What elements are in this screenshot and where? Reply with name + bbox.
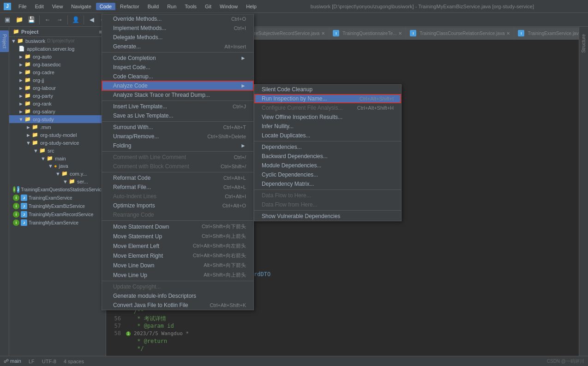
menu-unwrap[interactable]: Unwrap/Remove... Ctrl+Shift+Delete bbox=[102, 132, 253, 141]
sidebar-training-my-exam[interactable]: i J TrainingMyExamService bbox=[9, 218, 106, 227]
sidebar-root[interactable]: ▼ 📁 busiwork D:\project\yor bbox=[9, 37, 106, 45]
menu-move-right[interactable]: Move Element Right Ctrl+Alt+Shift+向右箭头 bbox=[102, 251, 253, 260]
side-tab-structure[interactable]: Structure bbox=[579, 30, 588, 57]
toolbar-back[interactable]: ← bbox=[42, 15, 53, 25]
sidebar-training-exam-questions[interactable]: i J TrainingExamQuestionsStatisticsServi… bbox=[9, 185, 106, 194]
sidebar-ser[interactable]: ▼ 📁 ser... bbox=[9, 177, 106, 185]
sidebar-mvn[interactable]: ► 📁 .mvn bbox=[9, 123, 106, 131]
submenu-data-flow-to[interactable]: Data Flow to Here... bbox=[254, 191, 401, 200]
sidebar-org-jj[interactable]: ► 📁 org-jj bbox=[9, 76, 106, 84]
menu-move-line-down[interactable]: Move Line Down Alt+Shift+向下箭头 bbox=[102, 260, 253, 270]
sidebar-training-exam-service[interactable]: i J TrainingExamService bbox=[9, 194, 106, 202]
menu-cleanup[interactable]: Code Cleanup... bbox=[102, 72, 253, 81]
toolbar-forward[interactable]: → bbox=[54, 15, 65, 25]
menu-navigate[interactable]: Navigate bbox=[67, 3, 95, 10]
tab-close-2[interactable]: ✕ bbox=[321, 31, 325, 36]
submenu-backward-deps[interactable]: Backward Dependencies... bbox=[254, 152, 401, 161]
submenu-view-offline[interactable]: View Offline Inspection Results... bbox=[254, 112, 401, 122]
menu-auto-indent[interactable]: Auto-Indent Lines Ctrl+Alt+I bbox=[102, 192, 253, 201]
sidebar-org-labour[interactable]: ► 📁 org-labour bbox=[9, 84, 106, 92]
sidebar-org-study-model[interactable]: ► 📁 org-study-model bbox=[9, 131, 106, 139]
menu-block-comment[interactable]: Comment with Block Comment Ctrl+Shift+/ bbox=[102, 162, 253, 171]
submenu-data-flow-from[interactable]: Data Flow from Here... bbox=[254, 200, 401, 209]
menu-code[interactable]: Code bbox=[96, 3, 115, 10]
sidebar: 📁 Project ≡ ▼ 📁 busiwork D:\project\yor … bbox=[9, 27, 106, 356]
sidebar-org-auto[interactable]: ► 📁 org-auto bbox=[9, 53, 106, 60]
sidebar-java[interactable]: ▼ ● java bbox=[9, 162, 106, 170]
menu-rearrange[interactable]: Rearrange Code bbox=[102, 210, 253, 219]
submenu-configure-analysis[interactable]: Configure Current File Analysis... Ctrl+… bbox=[254, 103, 401, 112]
submenu-cyclic-deps[interactable]: Cyclic Dependencies... bbox=[254, 170, 401, 179]
menu-move-line-up[interactable]: Move Line Up Alt+Shift+向上箭头 bbox=[102, 270, 253, 280]
sidebar-org-cadre[interactable]: ► 📁 org-cadre bbox=[9, 68, 106, 76]
menu-surround[interactable]: Surround With... Ctrl+Alt+T bbox=[102, 123, 253, 132]
menu-sep5 bbox=[102, 172, 253, 172]
menu-update-copyright[interactable]: Update Copyright... bbox=[102, 282, 253, 291]
sidebar-org-study[interactable]: ▼ 📁 org-study bbox=[9, 115, 106, 123]
sidebar-training-my-exam-biz[interactable]: i J TrainingMyExamBizService bbox=[9, 202, 106, 210]
menu-view[interactable]: View bbox=[48, 3, 67, 10]
sidebar-org-study-service[interactable]: ▼ 📁 org-study-service bbox=[9, 139, 106, 147]
menu-inspect[interactable]: Inspect Code... bbox=[102, 63, 253, 72]
tab-close-3[interactable]: ✕ bbox=[398, 31, 402, 36]
menu-move-left[interactable]: Move Element Left Ctrl+Alt+Shift+向左箭头 bbox=[102, 241, 253, 251]
menu-move-up[interactable]: Move Statement Up Ctrl+Shift+向上箭头 bbox=[102, 231, 253, 241]
menu-convert-kotlin[interactable]: Convert Java File to Kotlin File Ctrl+Al… bbox=[102, 301, 253, 310]
menu-analyze[interactable]: Analyze Code ► bbox=[102, 81, 253, 90]
sidebar-src[interactable]: ▼ 📁 src bbox=[9, 147, 106, 154]
info-dot-4: i bbox=[126, 331, 131, 336]
menu-generate[interactable]: Generate... Alt+Insert bbox=[102, 42, 253, 51]
submenu-run-inspection[interactable]: Run Inspection by Name... Ctrl+Alt+Shift… bbox=[254, 94, 401, 103]
project-tab[interactable]: Project bbox=[0, 30, 9, 52]
menu-edit[interactable]: Edit bbox=[31, 3, 48, 10]
toolbar-open[interactable]: 📁 bbox=[14, 15, 25, 25]
tab-close-4[interactable]: ✕ bbox=[506, 31, 510, 36]
menu-window[interactable]: Window bbox=[216, 3, 241, 10]
menu-generate-module-info[interactable]: Generate module-info Descriptors bbox=[102, 291, 253, 301]
menu-tools[interactable]: Tools bbox=[181, 3, 200, 10]
submenu-dep-matrix[interactable]: Dependency Matrix... bbox=[254, 179, 401, 189]
menu-delegate[interactable]: Delegate Methods... bbox=[102, 33, 253, 42]
sidebar-org-party[interactable]: ► 📁 org-party bbox=[9, 92, 106, 100]
menu-folding[interactable]: Folding ► bbox=[102, 141, 253, 150]
toolbar-save[interactable]: 💾 bbox=[26, 15, 37, 25]
menu-reformat-file[interactable]: Reformat File... Ctrl+Alt+L bbox=[102, 183, 253, 192]
menu-optimize-imports[interactable]: Optimize Imports Ctrl+Alt+O bbox=[102, 201, 253, 210]
menu-stack-trace[interactable]: Analyze Stack Trace or Thread Dump... bbox=[102, 90, 253, 100]
tab-questionnaire-te[interactable]: I TrainingQuestionnaireTe... ✕ bbox=[329, 27, 406, 39]
menu-implement[interactable]: Implement Methods... Ctrl+I bbox=[102, 24, 253, 33]
sidebar-com-y[interactable]: ▼ 📁 com.y... bbox=[9, 170, 106, 177]
submenu-dependencies[interactable]: Dependencies... bbox=[254, 142, 401, 152]
toolbar-new[interactable]: ▣ bbox=[2, 15, 13, 25]
toolbar-arrow-left[interactable]: ◀ bbox=[86, 15, 97, 25]
submenu-module-deps[interactable]: Module Dependencies... bbox=[254, 161, 401, 170]
menu-file[interactable]: File bbox=[15, 3, 30, 10]
toolbar-user[interactable]: 👤 bbox=[70, 15, 81, 25]
menu-save-live-template[interactable]: Save as Live Template... bbox=[102, 111, 253, 120]
sidebar-application-log[interactable]: 📄 application.server.log bbox=[9, 45, 106, 53]
menu-move-down[interactable]: Move Statement Down Ctrl+Shift+向下箭头 bbox=[102, 222, 253, 231]
menu-build[interactable]: Build bbox=[144, 3, 162, 10]
menu-help[interactable]: Help bbox=[242, 3, 260, 10]
status-branch[interactable]: ☍ main bbox=[4, 358, 21, 364]
sidebar-main[interactable]: ▼ 📁 main bbox=[9, 154, 106, 162]
sidebar-training-my-exam-record[interactable]: i J TrainingMyExamRecordService bbox=[9, 210, 106, 218]
menu-reformat[interactable]: Reformat Code Ctrl+Alt+L bbox=[102, 173, 253, 183]
tab-exam-service[interactable]: I TrainingExamService.java ✕ bbox=[514, 27, 579, 39]
menu-git[interactable]: Git bbox=[201, 3, 215, 10]
submenu-infer-nullity[interactable]: Infer Nullity... bbox=[254, 122, 401, 131]
submenu-locate-duplicates[interactable]: Locate Duplicates... bbox=[254, 131, 401, 140]
submenu-silent-cleanup[interactable]: Silent Code Cleanup bbox=[254, 85, 401, 94]
sidebar-org-basedoc[interactable]: ► 📁 org-basedoc bbox=[9, 60, 106, 68]
sidebar-org-rank[interactable]: ► 📁 org-rank bbox=[9, 100, 106, 107]
menu-code-completion[interactable]: Code Completion ► bbox=[102, 53, 253, 63]
menu-insert-live-template[interactable]: Insert Live Template... Ctrl+J bbox=[102, 102, 253, 111]
menu-line-comment[interactable]: Comment with Line Comment Ctrl+/ bbox=[102, 153, 253, 162]
tab-class-course[interactable]: I TrainingClassCourseRelationService.jav… bbox=[406, 27, 514, 39]
menu-run[interactable]: Run bbox=[163, 3, 180, 10]
menu-refactor[interactable]: Refactor bbox=[116, 3, 143, 10]
csdn-watermark: CSDN @一码评川 bbox=[547, 358, 584, 365]
menu-override[interactable]: Override Methods... Ctrl+O bbox=[102, 14, 253, 24]
submenu-vulnerable-deps[interactable]: Show Vulnerable Dependencies bbox=[254, 212, 401, 221]
sidebar-org-salary[interactable]: ► 📁 org-salary bbox=[9, 107, 106, 115]
